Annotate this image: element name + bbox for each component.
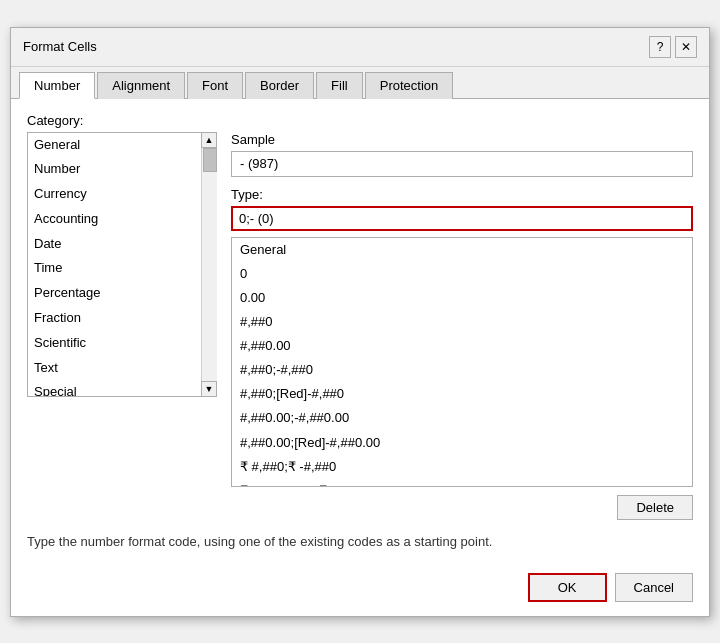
category-item-time[interactable]: Time — [28, 256, 216, 281]
hint-text: Type the number format code, using one o… — [27, 534, 693, 549]
footer: OK Cancel — [11, 563, 709, 616]
format-item-2[interactable]: 0.00 — [232, 286, 692, 310]
category-label: Category: — [27, 113, 693, 128]
delete-row: Delete — [231, 495, 693, 520]
scroll-down-arrow[interactable]: ▼ — [201, 381, 217, 397]
category-item-date[interactable]: Date — [28, 232, 216, 257]
format-item-5[interactable]: #,##0;-#,##0 — [232, 358, 692, 382]
format-item-3[interactable]: #,##0 — [232, 310, 692, 334]
category-item-currency[interactable]: Currency — [28, 182, 216, 207]
type-label: Type: — [231, 187, 693, 202]
format-item-10[interactable]: ₹ #,##0;[Red]₹ -#,##0 — [232, 479, 692, 487]
format-item-9[interactable]: ₹ #,##0;₹ -#,##0 — [232, 455, 692, 479]
category-item-number[interactable]: Number — [28, 157, 216, 182]
help-button[interactable]: ? — [649, 36, 671, 58]
format-cells-dialog: Format Cells ? ✕ Number Alignment Font B… — [10, 27, 710, 617]
category-item-fraction[interactable]: Fraction — [28, 306, 216, 331]
format-item-1[interactable]: 0 — [232, 262, 692, 286]
tab-alignment[interactable]: Alignment — [97, 72, 185, 99]
format-item-6[interactable]: #,##0;[Red]-#,##0 — [232, 382, 692, 406]
tabs-bar: Number Alignment Font Border Fill Protec… — [11, 67, 709, 99]
type-input-wrapper — [231, 206, 693, 231]
format-item-4[interactable]: #,##0.00 — [232, 334, 692, 358]
format-item-0[interactable]: General — [232, 238, 692, 262]
title-bar-left: Format Cells — [23, 39, 97, 54]
category-list[interactable]: General Number Currency Accounting Date … — [27, 132, 217, 397]
dialog-content: Category: General Number Currency Accoun… — [11, 99, 709, 563]
format-list[interactable]: General 0 0.00 #,##0 #,##0.00 #,##0;-#,#… — [231, 237, 693, 487]
sample-label: Sample — [231, 132, 693, 147]
tab-number[interactable]: Number — [19, 72, 95, 99]
tab-protection[interactable]: Protection — [365, 72, 454, 99]
category-item-special[interactable]: Special — [28, 380, 216, 396]
close-button[interactable]: ✕ — [675, 36, 697, 58]
dialog-title: Format Cells — [23, 39, 97, 54]
title-buttons: ? ✕ — [649, 36, 697, 58]
category-item-text[interactable]: Text — [28, 356, 216, 381]
type-input[interactable] — [233, 208, 691, 229]
category-item-accounting[interactable]: Accounting — [28, 207, 216, 232]
format-item-8[interactable]: #,##0.00;[Red]-#,##0.00 — [232, 431, 692, 455]
scrollbar-thumb[interactable] — [203, 148, 217, 172]
category-list-container: General Number Currency Accounting Date … — [27, 132, 217, 397]
category-item-percentage[interactable]: Percentage — [28, 281, 216, 306]
delete-button[interactable]: Delete — [617, 495, 693, 520]
scrollbar-track: ▲ ▼ — [201, 132, 217, 397]
cancel-button[interactable]: Cancel — [615, 573, 693, 602]
right-panel: Sample - (987) Type: General 0 0.00 #,##… — [231, 132, 693, 520]
scroll-up-arrow[interactable]: ▲ — [201, 132, 217, 148]
format-item-7[interactable]: #,##0.00;-#,##0.00 — [232, 406, 692, 430]
tab-font[interactable]: Font — [187, 72, 243, 99]
category-item-general[interactable]: General — [28, 133, 216, 158]
sample-value: - (987) — [231, 151, 693, 177]
left-panel: General Number Currency Accounting Date … — [27, 132, 217, 520]
main-area: General Number Currency Accounting Date … — [27, 132, 693, 520]
ok-button[interactable]: OK — [528, 573, 607, 602]
tab-fill[interactable]: Fill — [316, 72, 363, 99]
tab-border[interactable]: Border — [245, 72, 314, 99]
category-item-scientific[interactable]: Scientific — [28, 331, 216, 356]
title-bar: Format Cells ? ✕ — [11, 28, 709, 67]
